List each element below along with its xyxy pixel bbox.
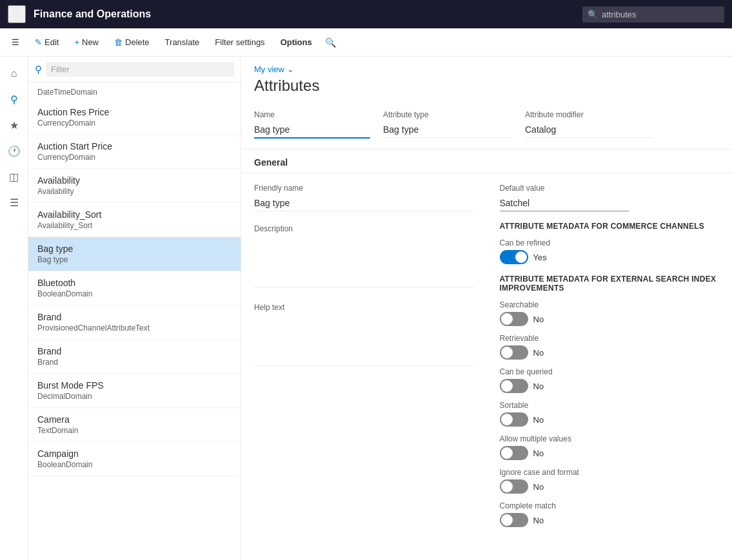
main-layout: ⌂ ⚲ ★ 🕐 ◫ ☰ ⚲ DateTimeDomain Auction Res… [0,57,732,560]
can-be-queried-value: No [533,381,544,391]
home-button[interactable]: ⌂ [3,62,26,85]
list-item[interactable]: Auction Start Price CurrencyDomain [28,135,241,169]
edit-icon: ✎ [35,37,42,47]
grid-menu-button[interactable]: ⋮⋮ [8,5,26,23]
list-item[interactable]: Burst Mode FPS DecimalDomain [28,374,241,408]
list-filter-bar: ⚲ [28,57,241,82]
general-section: Friendly name Description Help text Defa… [241,173,732,545]
searchable-toggle[interactable] [500,312,528,326]
toolbar: ☰ ✎ Edit + New 🗑 Delete Translate Filter… [0,28,732,57]
ignore-case-control: No [500,479,720,494]
retrievable-value: No [533,348,544,358]
name-label: Name [254,110,370,119]
default-value-field: Default value [500,184,720,211]
retrievable-label: Retrievable [500,334,720,343]
top-search-wrapper: 🔍 [582,6,724,23]
complete-match-toggle[interactable] [500,513,528,527]
my-view-label: My view [254,64,284,74]
default-value-label: Default value [500,184,720,193]
ignore-case-value: No [533,482,544,492]
filter-button[interactable]: ⚲ [3,88,26,111]
allow-multiple-toggle[interactable] [500,446,528,460]
list-items: DateTimeDomain Auction Res Price Currenc… [28,82,241,560]
detail-header: My view ⌄ Attributes [241,57,732,105]
metadata-search-header: ATTRIBUTE METADATA FOR EXTERNAL SEARCH I… [500,275,720,293]
ignore-case-label: Ignore case and format [500,468,720,477]
searchable-label: Searchable [500,300,720,309]
searchable-field: Searchable No [500,300,720,326]
new-label: New [82,37,99,47]
list-filter-input[interactable] [46,62,234,77]
chevron-down-icon: ⌄ [287,64,294,74]
description-field: Description [254,224,474,290]
edit-label: Edit [45,37,59,47]
complete-match-label: Complete match [500,501,720,510]
delete-icon: 🗑 [114,37,123,47]
edit-button[interactable]: ✎ Edit [28,34,65,51]
workspaces-button[interactable]: ◫ [3,165,26,188]
toolbar-search-button[interactable]: 🔍 [321,34,340,52]
translate-label: Translate [165,37,200,47]
description-textarea[interactable] [254,236,474,287]
retrievable-field: Retrievable No [500,334,720,360]
attribute-type-field: Attribute type Bag type [383,110,512,139]
allow-multiple-field: Allow multiple values No [500,434,720,460]
sortable-control: No [500,412,720,427]
sortable-toggle[interactable] [500,412,528,427]
retrievable-toggle[interactable] [500,345,528,360]
list-item[interactable]: Brand Brand [28,340,241,374]
ignore-case-field: Ignore case and format No [500,468,720,494]
general-section-header: General [241,150,732,173]
list-item[interactable]: Availability Availability [28,169,241,203]
attribute-type-value: Bag type [383,122,512,138]
name-input[interactable] [254,122,370,139]
searchable-value: No [533,314,544,324]
modules-button[interactable]: ☰ [3,191,26,214]
allow-multiple-value: No [533,449,544,458]
can-be-refined-label: Can be refined [500,238,720,247]
list-item[interactable]: Availability_Sort Availability_Sort [28,203,241,237]
complete-match-field: Complete match No [500,501,720,527]
my-view-button[interactable]: My view ⌄ [254,64,294,74]
list-item[interactable]: Auction Res Price CurrencyDomain [28,101,241,135]
favorites-button[interactable]: ★ [3,113,26,137]
friendly-name-input[interactable] [254,195,474,211]
ignore-case-toggle[interactable] [500,479,528,494]
new-button[interactable]: + New [68,34,105,51]
hamburger-button[interactable]: ☰ [5,34,26,51]
delete-button[interactable]: 🗑 Delete [108,34,156,51]
general-left: Friendly name Description Help text [254,184,474,535]
can-be-refined-toggle[interactable] [500,250,528,264]
list-domain-header: DateTimeDomain [28,82,241,101]
filter-settings-button[interactable]: Filter settings [208,34,271,51]
attribute-type-label: Attribute type [383,110,512,119]
can-be-queried-field: Can be queried No [500,367,720,393]
friendly-name-label: Friendly name [254,184,474,193]
app-title: Finance and Operations [34,8,575,20]
options-button[interactable]: Options [274,34,319,51]
help-text-field: Help text [254,303,474,369]
sortable-value: No [533,415,544,425]
can-be-queried-label: Can be queried [500,367,720,376]
list-item[interactable]: Bluetooth BooleanDomain [28,271,241,305]
can-be-queried-toggle[interactable] [500,379,528,393]
recent-button[interactable]: 🕐 [3,139,26,162]
help-text-textarea[interactable] [254,314,474,366]
default-value-input[interactable] [500,195,629,211]
list-item[interactable]: Brand ProvisionedChannelAttributeText [28,305,241,340]
attribute-modifier-label: Attribute modifier [525,110,654,119]
side-icons: ⌂ ⚲ ★ 🕐 ◫ ☰ [0,57,28,560]
form-fields-row: Name Attribute type Bag type Attribute m… [241,105,732,150]
description-label: Description [254,224,474,233]
list-filter-icon: ⚲ [35,64,42,75]
allow-multiple-control: No [500,446,720,460]
can-be-queried-control: No [500,379,720,393]
top-search-input[interactable] [582,6,724,23]
translate-button[interactable]: Translate [159,34,206,51]
list-item-selected[interactable]: Bag type Bag type [28,237,241,271]
list-item[interactable]: Camera TextDomain [28,408,241,442]
retrievable-control: No [500,345,720,360]
list-item[interactable]: Campaign BooleanDomain [28,442,241,476]
complete-match-value: No [533,516,544,525]
new-icon: + [74,37,79,47]
